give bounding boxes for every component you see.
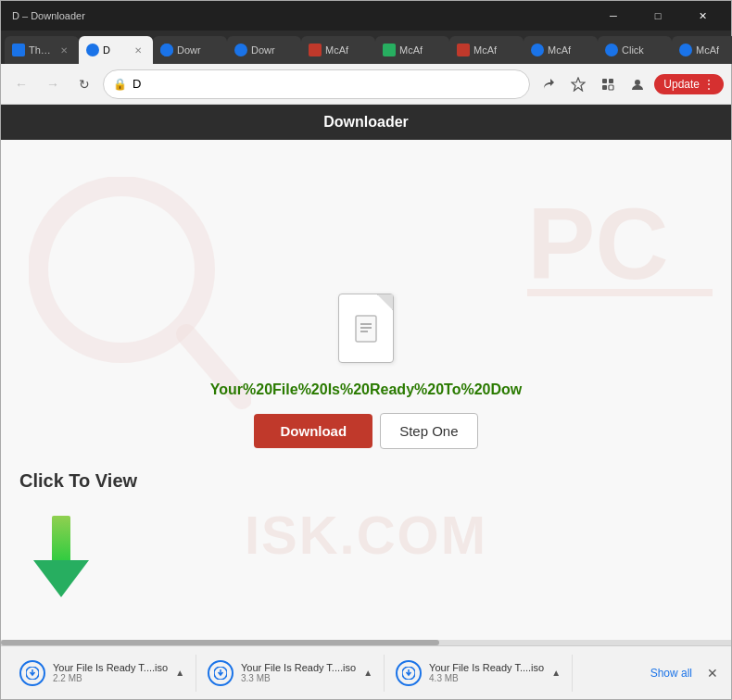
svg-text:PC: PC (527, 186, 669, 300)
tab-title-10: McAf (696, 44, 732, 56)
pc-watermark: PC (527, 158, 713, 330)
title-bar-left: D – Downloader (8, 10, 592, 21)
tab-title-8: McAf (548, 44, 590, 56)
tab-mcaf-6[interactable]: McAf (375, 36, 449, 64)
address-bar[interactable]: 🔒 D (103, 69, 530, 99)
download-size-3: 4.3 MB (429, 673, 544, 683)
nav-bar: ← → ↻ 🔒 D Update ⋮ (1, 64, 731, 105)
browser-window: D – Downloader ─ □ ✕ The P ✕ D ✕ (0, 0, 732, 700)
svg-rect-5 (383, 44, 396, 56)
tab-mcaf-10[interactable]: McAf (672, 36, 732, 64)
tab-downloader[interactable]: D ✕ (79, 36, 153, 64)
step-one-button[interactable]: Step One (380, 413, 477, 449)
tab-title-6: McAf (399, 44, 442, 56)
close-button[interactable]: ✕ (681, 1, 724, 31)
tab-label-active: D – Downloader (8, 10, 85, 21)
content-center: Your%20File%20Is%20Ready%20To%20Dow Down… (210, 294, 522, 449)
tab-favicon-4 (234, 44, 247, 56)
svg-rect-20 (356, 316, 376, 342)
svg-point-8 (605, 44, 618, 56)
scroll-hint (1, 640, 731, 645)
tab-title-2: D (103, 44, 127, 56)
main-area: PC ISK.COM (1, 140, 731, 640)
svg-rect-12 (609, 79, 613, 83)
download-size-2: 3.3 MB (241, 673, 356, 683)
tab-mcaf-5[interactable]: McAf (301, 36, 375, 64)
minimize-button[interactable]: ─ (592, 1, 635, 31)
download-icon-3 (396, 660, 422, 686)
download-name-3: Your File Is Ready T....iso (429, 662, 544, 673)
download-item-3[interactable]: Your File Is Ready T....iso 4.3 MB ▲ (385, 655, 573, 692)
collections-icon[interactable] (595, 71, 621, 97)
forward-button[interactable]: → (40, 71, 66, 97)
tab-mcaf-8[interactable]: McAf (524, 36, 598, 64)
download-info-1: Your File Is Ready T....iso 2.2 MB (53, 662, 168, 683)
tab-title-5: McAf (325, 44, 368, 56)
tab-favicon-5 (309, 44, 322, 56)
tab-favicon-9 (605, 44, 618, 56)
download-chevron-2[interactable]: ▲ (363, 668, 372, 678)
download-name-1: Your File Is Ready T....iso (53, 662, 168, 673)
download-button[interactable]: Download (254, 414, 372, 448)
tab-dowr-3[interactable]: Dowr (153, 36, 227, 64)
tab-click[interactable]: Click (598, 36, 672, 64)
svg-point-1 (86, 44, 99, 56)
tab-favicon-6 (383, 44, 396, 56)
svg-rect-6 (457, 44, 470, 56)
tab-the-p[interactable]: The P ✕ (5, 36, 79, 64)
download-item-2[interactable]: Your File Is Ready T....iso 3.3 MB ▲ (196, 655, 385, 692)
tab-close-2[interactable]: ✕ (131, 43, 145, 57)
file-icon-area (338, 294, 394, 363)
svg-rect-13 (602, 85, 607, 90)
refresh-button[interactable]: ↻ (71, 71, 97, 97)
tab-title-1: The P (29, 44, 53, 56)
tab-close-1[interactable]: ✕ (57, 43, 71, 57)
tab-title-4: Dowr (251, 44, 294, 56)
svg-rect-11 (602, 79, 607, 83)
tab-dowr-4[interactable]: Dowr (227, 36, 301, 64)
buttons-row: Download Step One (254, 413, 477, 449)
page-content: Downloader PC ISK.COM (1, 105, 731, 699)
download-chevron-1[interactable]: ▲ (175, 668, 184, 678)
tab-favicon-3 (160, 44, 173, 56)
download-icon-2 (208, 660, 233, 686)
downloads-close-button[interactable]: ✕ (701, 662, 724, 684)
download-item-1[interactable]: Your File Is Ready T....iso 2.2 MB ▲ (8, 655, 196, 692)
tabs-bar: The P ✕ D ✕ Dowr Dowr McAf (1, 31, 731, 64)
click-to-view-section: Click To View (19, 470, 137, 492)
download-name-2: Your File Is Ready T....iso (241, 662, 356, 673)
svg-rect-4 (309, 44, 322, 56)
tab-title-7: McAf (473, 44, 516, 56)
svg-point-0 (14, 45, 23, 55)
tab-favicon-1 (12, 44, 25, 56)
update-label: Update (663, 78, 700, 91)
nav-right: Update ⋮ (536, 71, 724, 97)
title-bar: D – Downloader ─ □ ✕ (1, 1, 731, 31)
svg-point-9 (679, 44, 692, 56)
lock-icon: 🔒 (113, 78, 127, 91)
show-all-button[interactable]: Show all (641, 667, 701, 680)
page-header: Downloader (1, 105, 731, 140)
tab-favicon-2 (86, 44, 99, 56)
download-chevron-3[interactable]: ▲ (551, 668, 561, 678)
update-button[interactable]: Update ⋮ (654, 74, 724, 94)
svg-rect-24 (52, 516, 70, 562)
svg-marker-10 (572, 78, 585, 91)
tab-favicon-10 (679, 44, 692, 56)
click-to-view-text: Click To View (19, 470, 137, 491)
back-button[interactable]: ← (8, 71, 34, 97)
isk-watermark: ISK.COM (1, 504, 731, 566)
window-controls: ─ □ ✕ (592, 1, 724, 31)
maximize-button[interactable]: □ (637, 1, 679, 31)
profile-icon[interactable] (625, 71, 650, 97)
star-icon[interactable] (565, 71, 591, 97)
tab-favicon-7 (457, 44, 470, 56)
share-icon[interactable] (536, 71, 562, 97)
download-size-1: 2.2 MB (53, 673, 168, 683)
download-info-3: Your File Is Ready T....iso 4.3 MB (429, 662, 544, 683)
file-icon (338, 294, 394, 363)
tab-mcaf-7[interactable]: McAf (449, 36, 524, 64)
arrow-down (29, 516, 94, 603)
scroll-thumb[interactable] (1, 640, 439, 645)
svg-point-7 (531, 44, 544, 56)
